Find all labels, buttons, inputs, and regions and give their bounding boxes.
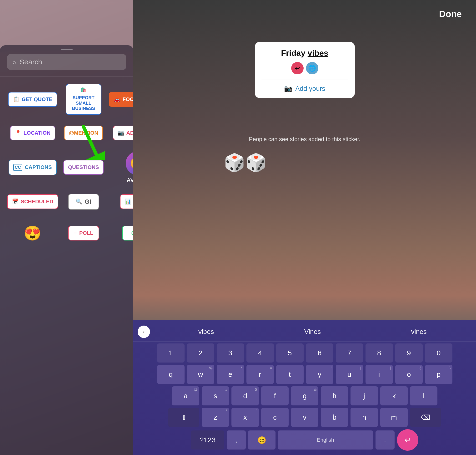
top-blur-overlay — [0, 0, 133, 52]
autocomplete-arrow[interactable]: › — [138, 325, 150, 338]
key-x[interactable]: x" — [231, 408, 259, 427]
autocomplete-vibes[interactable]: vibes — [191, 326, 221, 337]
done-button[interactable]: Done — [439, 9, 462, 19]
popup-title: Friday vibes — [262, 48, 348, 58]
add-yours-icon: 📷 — [118, 130, 124, 136]
green-arrow — [74, 122, 105, 161]
sticker-popup: Friday vibes ↩ 🌐 📷 Add yours — [255, 42, 355, 98]
popup-subtitle: People can see stories added to this sti… — [249, 136, 360, 143]
key-k[interactable]: k — [380, 386, 408, 406]
sticker-scheduled[interactable]: 📅 SCHEDULED — [7, 188, 58, 215]
key-g[interactable]: g& — [291, 386, 318, 406]
search-input[interactable] — [20, 58, 121, 66]
num-switch-label: ?123 — [200, 436, 216, 444]
sticker-bottom-sheet: ⌕ 📋 GET QUOTE 🛍️ SUPPORTSMALLBUSINESS — [0, 45, 133, 455]
key-v[interactable]: v — [291, 408, 318, 427]
key-d[interactable]: d$ — [231, 386, 259, 406]
drag-handle[interactable] — [61, 49, 73, 50]
sticker-grid: 📋 GET QUOTE 🛍️ SUPPORTSMALLBUSINESS 🚗 FO… — [0, 84, 133, 246]
questions-label: QUESTIONS — [68, 164, 99, 171]
key-i[interactable]: i] — [365, 365, 393, 384]
key-r[interactable]: r= — [246, 365, 274, 384]
sticker-poll[interactable]: ≡ POLL — [63, 220, 104, 246]
svg-line-1 — [83, 126, 96, 155]
key-0[interactable]: 0 — [425, 343, 452, 363]
divider-1 — [0, 76, 133, 77]
autocomplete-suggestions: vibes Vines vines — [153, 326, 472, 337]
popup-divider — [262, 80, 348, 80]
key-7[interactable]: 7 — [336, 343, 363, 363]
key-8[interactable]: 8 — [365, 343, 393, 363]
key-y[interactable]: y' — [306, 365, 333, 384]
key-1[interactable]: 1 — [157, 343, 184, 363]
sticker-food-orders[interactable]: 🚗 FOOD ORDERS — [109, 84, 133, 115]
sticker-avatar[interactable]: 😊 AVATAR — [109, 151, 133, 183]
key-s[interactable]: s# — [202, 386, 229, 406]
poll-icon: ≡ — [74, 230, 77, 236]
key-6[interactable]: 6 — [306, 343, 333, 363]
emoji-keyboard-key[interactable]: 😊 — [248, 431, 276, 449]
qwerty-row: q w% e\ r= t` y' u[ i] o{ p} — [136, 365, 474, 384]
key-a[interactable]: a@ — [172, 386, 199, 406]
right-panel: Done Friday vibes ↩ 🌐 📷 Add yours People… — [133, 0, 476, 455]
sticker-get-quote[interactable]: 📋 GET QUOTE — [7, 84, 58, 115]
key-z[interactable]: z* — [202, 408, 229, 427]
keyboard-rows: 1 2 3 4 5 6 7 8 9 0 q w% e\ r= t` y' u[ … — [133, 341, 476, 455]
sticker-add-yours[interactable]: 📷 ADD YOURS — [109, 120, 133, 146]
bottom-row: ?123 , 😊 English . ↵ — [136, 429, 474, 451]
key-4[interactable]: 4 — [246, 343, 274, 363]
key-5[interactable]: 5 — [276, 343, 304, 363]
key-m[interactable]: m — [380, 408, 408, 427]
autocomplete-vines2[interactable]: vines — [404, 326, 434, 337]
key-3[interactable]: 3 — [217, 343, 244, 363]
add-yours-text: Add yours — [295, 85, 325, 92]
avatar-icon: 😊 — [130, 156, 133, 171]
support-icon: 🛍️ — [81, 87, 87, 93]
location-label: LOCATION — [24, 130, 50, 136]
get-quote-icon: 📋 — [13, 96, 19, 103]
key-w[interactable]: w% — [187, 365, 214, 384]
key-9[interactable]: 9 — [395, 343, 423, 363]
search-bar[interactable]: ⌕ — [7, 54, 126, 70]
key-o[interactable]: o{ — [395, 365, 423, 384]
key-2[interactable]: 2 — [187, 343, 214, 363]
location-icon: 📍 — [15, 130, 21, 136]
sticker-captions[interactable]: CC CAPTIONS — [7, 151, 58, 183]
key-f[interactable]: f- — [261, 386, 289, 406]
key-j[interactable]: j — [350, 386, 378, 406]
heart-icon: ↩ — [291, 62, 304, 74]
quiz-label: QUIZ — [131, 230, 133, 236]
add-yours-button[interactable]: 📷 Add yours — [262, 85, 348, 92]
poll-label: POLL — [79, 230, 93, 236]
shift-key[interactable]: ⇧ — [168, 408, 199, 427]
scheduled-label: SCHEDULED — [21, 199, 53, 205]
search-icon: ⌕ — [12, 58, 16, 66]
autocomplete-vines[interactable]: Vines — [297, 326, 328, 337]
music-icon: 📊 — [125, 199, 131, 205]
dice-emoji: 🎲🎲 — [224, 153, 267, 173]
sticker-quiz[interactable]: QUIZ — [109, 220, 133, 246]
delete-key[interactable]: ⌫ — [410, 408, 441, 427]
num-switch-key[interactable]: ?123 — [191, 431, 224, 449]
key-c[interactable]: c — [261, 408, 289, 427]
comma-key[interactable]: , — [227, 431, 246, 449]
key-h[interactable]: h — [321, 386, 348, 406]
key-n[interactable]: n — [350, 408, 378, 427]
sticker-music[interactable]: 📊 MUSIC — [109, 188, 133, 215]
key-u[interactable]: u[ — [336, 365, 363, 384]
sticker-emoji[interactable]: 😍 — [7, 220, 58, 246]
sticker-support-small[interactable]: 🛍️ SUPPORTSMALLBUSINESS — [63, 84, 104, 115]
sticker-location[interactable]: 📍 LOCATION — [7, 120, 58, 146]
space-key-label: English — [317, 437, 334, 443]
key-t[interactable]: t` — [276, 365, 304, 384]
key-p[interactable]: p} — [425, 365, 452, 384]
captions-icon: CC — [13, 164, 22, 171]
period-key[interactable]: . — [375, 431, 395, 449]
key-l[interactable]: l — [410, 386, 437, 406]
key-q[interactable]: q — [157, 365, 184, 384]
sticker-gi[interactable]: 🔍 GI — [63, 188, 104, 215]
space-key[interactable]: English — [278, 431, 373, 449]
key-e[interactable]: e\ — [217, 365, 244, 384]
return-key[interactable]: ↵ — [397, 429, 418, 451]
key-b[interactable]: b — [321, 408, 348, 427]
